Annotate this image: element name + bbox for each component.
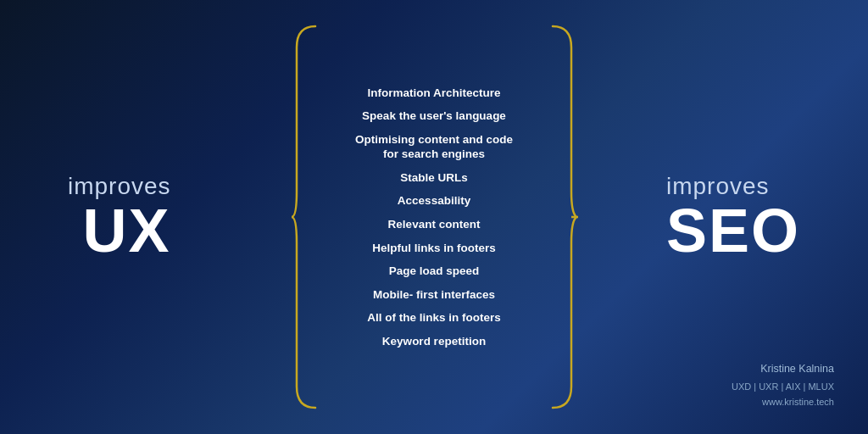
right-big-label: SEO xyxy=(666,200,800,261)
list-item: Stable URLs xyxy=(354,170,514,186)
list-item: All of the links in footers xyxy=(354,310,514,326)
center-panel: Information ArchitectureSpeak the user's… xyxy=(290,22,578,412)
attribution-name: Kristine Kalnina xyxy=(732,360,834,378)
list-item: Page load speed xyxy=(354,264,514,279)
left-panel: improves UX xyxy=(68,173,171,261)
list-item: Relevant content xyxy=(354,217,514,232)
list-item: Accessability xyxy=(354,193,514,209)
main-container: improves UX Information ArchitectureSpea… xyxy=(0,0,868,434)
list-item: Mobile- first interfaces xyxy=(354,287,514,303)
attribution-website: www.kristine.tech xyxy=(732,394,834,410)
left-big-label: UX xyxy=(83,200,171,261)
right-panel: improves SEO xyxy=(666,173,800,261)
list-item: Optimising content and code for search e… xyxy=(354,132,514,162)
list-item: Helpful links in footers xyxy=(354,241,514,256)
items-list-wrapper: Information ArchitectureSpeak the user's… xyxy=(320,75,548,359)
items-list: Information ArchitectureSpeak the user's… xyxy=(329,75,539,359)
list-item: Information Architecture xyxy=(354,86,514,101)
left-brace-icon xyxy=(290,22,320,412)
attribution-roles: UXD | UXR | AIX | MLUX xyxy=(732,379,834,395)
list-item: Speak the user's language xyxy=(354,108,514,124)
list-item: Keyword repetition xyxy=(354,334,514,349)
attribution: Kristine Kalnina UXD | UXR | AIX | MLUX … xyxy=(732,360,834,410)
right-brace-icon xyxy=(548,22,578,412)
